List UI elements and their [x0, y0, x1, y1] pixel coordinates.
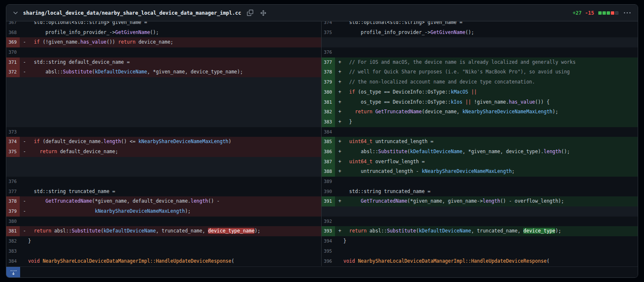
old-line-number[interactable]: 371: [6, 57, 20, 68]
code-line: [20, 127, 321, 137]
code-text: std::string default_device_name =: [28, 57, 130, 68]
code-line: [20, 157, 321, 167]
old-line-number[interactable]: 370: [6, 47, 20, 57]
new-line-number[interactable]: 389: [321, 177, 335, 187]
code-line: [20, 87, 321, 97]
old-line-number[interactable]: 379: [6, 206, 20, 217]
move-icon[interactable]: [259, 8, 268, 18]
new-line-number[interactable]: 374: [321, 21, 335, 28]
old-line-number: [6, 157, 20, 167]
new-line-number[interactable]: 380: [321, 87, 335, 97]
diff-sign: -: [20, 67, 28, 77]
diffstat-blocks: [598, 11, 618, 15]
diff-sign: +: [335, 77, 343, 87]
new-line-number[interactable]: 381: [321, 97, 335, 107]
diff-sign: -: [20, 226, 28, 236]
old-line-number[interactable]: 369: [6, 37, 20, 47]
new-line-number[interactable]: 396: [321, 256, 335, 266]
diff-sign: -: [20, 37, 28, 47]
new-line-number[interactable]: 377: [321, 57, 335, 68]
code-text: absl::Substitute(kDefaultDeviceName, *gi…: [28, 67, 243, 77]
copy-icon[interactable]: [245, 8, 254, 18]
code-line: + return GetTruncatedName(device_name, k…: [335, 107, 638, 117]
old-line-number[interactable]: 381: [6, 226, 20, 236]
code-line: + if (os_type == DeviceInfo::OsType::kMa…: [335, 87, 638, 97]
new-line-number[interactable]: 384: [321, 127, 335, 137]
diff-sign: [20, 246, 28, 256]
diff-row: 379+ // the non-localized account name a…: [6, 77, 638, 87]
diff-row: 370376: [6, 47, 638, 57]
diff-sign: [335, 37, 343, 47]
code-line: [20, 107, 321, 117]
diffstat-block-add: [598, 11, 602, 15]
new-line-number[interactable]: 376: [321, 47, 335, 57]
diff-sign: [335, 187, 343, 197]
code-line: - if (default_device_name.length() <= kN…: [20, 137, 321, 147]
diff-row: 378- GetTruncatedName(*given_name, defau…: [6, 196, 638, 206]
expand-down-button[interactable]: [6, 267, 20, 277]
code-text: if (!given_name.has_value()) return devi…: [28, 37, 173, 47]
diff-row: 377 std::string truncated_name =390 std:…: [6, 187, 638, 197]
diff-row: 367 std::optional<std::string> given_nam…: [6, 21, 638, 28]
new-line-number[interactable]: 395: [321, 246, 335, 256]
kebab-menu-icon[interactable]: [623, 8, 632, 18]
code-text: }: [28, 236, 31, 246]
code-text: std::optional<std::string> given_name =: [343, 21, 462, 28]
code-line: void NearbyShareLocalDeviceDataManagerIm…: [20, 256, 321, 266]
old-line-number[interactable]: 384: [6, 256, 20, 266]
code-text: // For iOS and macOS, the device name is…: [343, 57, 576, 68]
old-line-number[interactable]: 383: [6, 246, 20, 256]
new-line-number[interactable]: 378: [321, 67, 335, 77]
new-line-number[interactable]: 379: [321, 77, 335, 87]
diff-sign: +: [335, 67, 343, 77]
diff-row: 374- if (default_device_name.length() <=…: [6, 137, 638, 147]
code-line: [335, 217, 638, 227]
old-line-number[interactable]: 372: [6, 67, 20, 77]
old-line-number[interactable]: 380: [6, 217, 20, 227]
new-line-number[interactable]: 386: [321, 147, 335, 157]
new-line-number[interactable]: 394: [321, 236, 335, 246]
code-line: - absl::Substitute(kDefaultDeviceName, *…: [20, 67, 321, 77]
code-line: }: [20, 236, 321, 246]
code-line: [20, 117, 321, 127]
diff-row: 381- return absl::Substitute(kDefaultDev…: [6, 226, 638, 236]
new-line-number[interactable]: 390: [321, 187, 335, 197]
diff-row: 375- return default_device_name;386+ abs…: [6, 147, 638, 157]
diff-sign: -: [20, 57, 28, 68]
old-line-number[interactable]: 373: [6, 127, 20, 137]
old-line-number[interactable]: 378: [6, 196, 20, 206]
code-line: std::string truncated_name =: [335, 187, 638, 197]
old-line-number[interactable]: 376: [6, 177, 20, 187]
code-text: uint64_t untruncated_length =: [343, 137, 434, 147]
code-line: + GetTruncatedName(*given_name, given_na…: [335, 196, 638, 206]
new-line-number[interactable]: 391: [321, 196, 335, 206]
code-text: return absl::Substitute(kDefaultDeviceNa…: [28, 226, 260, 236]
new-line-number[interactable]: 385: [321, 137, 335, 147]
old-line-number[interactable]: 367: [6, 21, 20, 28]
new-line-number[interactable]: 387: [321, 157, 335, 167]
diff-sign: [335, 127, 343, 137]
new-line-number[interactable]: 383: [321, 117, 335, 127]
diff-row: 381+ os_type == DeviceInfo::OsType::kIos…: [6, 97, 638, 107]
code-line: [20, 246, 321, 256]
old-line-number[interactable]: 382: [6, 236, 20, 246]
old-line-number[interactable]: 374: [6, 137, 20, 147]
old-line-number[interactable]: 368: [6, 28, 20, 38]
new-line-number[interactable]: 382: [321, 107, 335, 117]
diff-sign: [335, 21, 343, 28]
expand-band: [6, 266, 638, 277]
diff-sign: +: [335, 167, 343, 177]
diff-sign: [335, 246, 343, 256]
chevron-down-icon[interactable]: [12, 10, 19, 16]
old-line-number[interactable]: 375: [6, 147, 20, 157]
new-line-number[interactable]: 388: [321, 167, 335, 177]
new-line-number[interactable]: 392: [321, 217, 335, 227]
new-line-number[interactable]: 393: [321, 226, 335, 236]
new-line-number[interactable]: 375: [321, 28, 335, 38]
code-line: - std::string default_device_name =: [20, 57, 321, 68]
diff-sign: +: [335, 157, 343, 167]
old-line-number[interactable]: 377: [6, 187, 20, 197]
diff-sign: -: [20, 137, 28, 147]
file-path[interactable]: sharing/local_device_data/nearby_share_l…: [23, 10, 241, 16]
code-line: [335, 127, 638, 137]
